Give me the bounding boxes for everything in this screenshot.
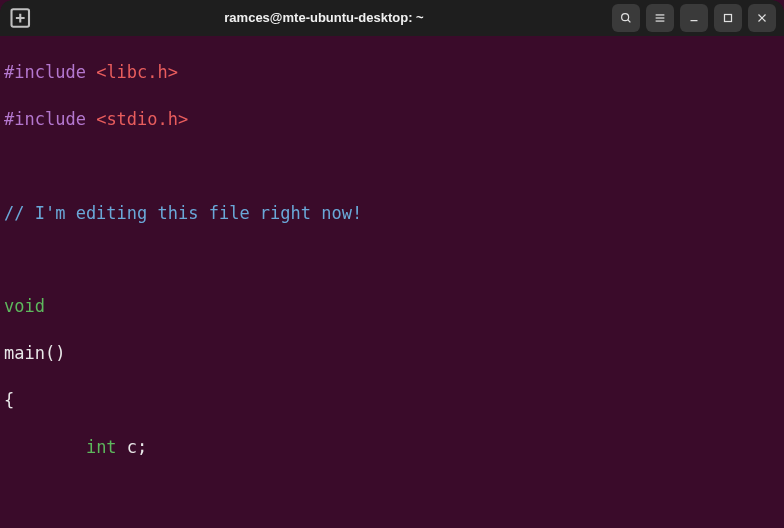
code-text: c; <box>117 437 148 457</box>
window-titlebar: ramces@mte-ubuntu-desktop: ~ <box>0 0 784 36</box>
code-line: int c; <box>4 436 780 459</box>
new-tab-button[interactable] <box>8 4 36 32</box>
comment: // I'm editing this file right now! <box>4 203 362 223</box>
hamburger-icon <box>653 11 667 25</box>
svg-line-4 <box>628 20 631 23</box>
code-line: { <box>4 389 780 412</box>
code-line: // I'm editing this file right now! <box>4 202 780 225</box>
close-button[interactable] <box>748 4 776 32</box>
minimize-icon <box>687 11 701 25</box>
preproc: #include <box>4 62 86 82</box>
type-keyword: void <box>4 296 45 316</box>
close-icon <box>755 11 769 25</box>
terminal-content[interactable]: #include <libc.h> #include <stdio.h> // … <box>0 36 784 528</box>
function-name: main() <box>4 343 65 363</box>
search-icon <box>619 11 633 25</box>
type-keyword: int <box>86 437 117 457</box>
plus-tab-icon <box>8 4 36 32</box>
svg-rect-9 <box>725 15 732 22</box>
window-controls <box>612 4 776 32</box>
brace: { <box>4 390 14 410</box>
preproc: #include <box>4 109 86 129</box>
code-line: void <box>4 295 780 318</box>
code-line <box>4 155 780 178</box>
code-line <box>4 249 780 272</box>
include-header: <stdio.h> <box>96 109 188 129</box>
code-line: #include <stdio.h> <box>4 108 780 131</box>
maximize-icon <box>721 11 735 25</box>
minimize-button[interactable] <box>680 4 708 32</box>
code-line <box>4 483 780 506</box>
menu-button[interactable] <box>646 4 674 32</box>
maximize-button[interactable] <box>714 4 742 32</box>
search-button[interactable] <box>612 4 640 32</box>
include-header: <libc.h> <box>96 62 178 82</box>
code-line: #include <libc.h> <box>4 61 780 84</box>
window-title: ramces@mte-ubuntu-desktop: ~ <box>36 6 612 29</box>
code-line: main() <box>4 342 780 365</box>
svg-point-3 <box>622 14 629 21</box>
